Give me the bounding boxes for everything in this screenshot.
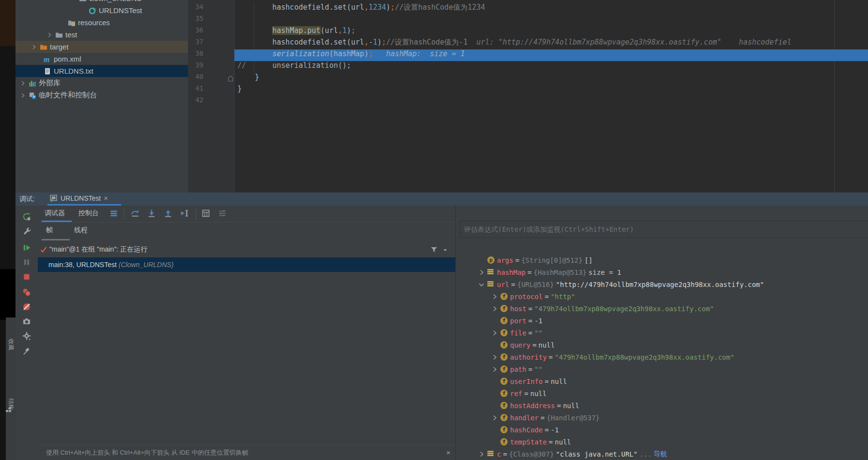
resume-icon[interactable] bbox=[22, 243, 31, 252]
tab-debugger[interactable]: 调试器 bbox=[45, 209, 65, 218]
pause-icon[interactable] bbox=[22, 258, 31, 267]
chevron-down-icon[interactable] bbox=[478, 281, 485, 288]
variable-row-userInfo[interactable]: fuserInfo = null bbox=[456, 375, 868, 387]
variable-row-protocol[interactable]: fprotocol = "http" bbox=[456, 290, 868, 302]
chevron-right-icon[interactable] bbox=[46, 32, 53, 38]
session-tab-close-icon[interactable]: × bbox=[104, 194, 108, 202]
variable-row-args[interactable]: pargs = {String[0]@512} [] bbox=[456, 254, 868, 266]
variable-name: hostAddress bbox=[510, 402, 555, 410]
chevron-right-icon[interactable] bbox=[491, 365, 498, 373]
thread-text: "main"@1 在组 "main": 正在运行 bbox=[49, 245, 147, 254]
code-line-40[interactable]: 40 } bbox=[188, 73, 868, 84]
code-line-39[interactable]: 39// unserialization(); bbox=[188, 61, 868, 73]
code-editor[interactable]: 34 hashcodefield.set(url,1234);//设置hashC… bbox=[188, 0, 868, 192]
variable-row-tempState[interactable]: ftempState = null bbox=[456, 436, 868, 448]
step-out-icon[interactable] bbox=[164, 209, 172, 218]
libraries-icon bbox=[29, 79, 36, 87]
chevron-right-icon[interactable] bbox=[491, 414, 498, 422]
fold-pentagon-icon[interactable] bbox=[227, 75, 234, 82]
variable-row-port[interactable]: fport = -1 bbox=[456, 315, 868, 327]
tree-item-pom.xml[interactable]: mpom.xml bbox=[16, 53, 188, 65]
run-class-icon bbox=[89, 7, 96, 15]
line-number: 42 bbox=[188, 96, 203, 104]
tree-item-URLDNS.txt[interactable]: URLDNS.txt bbox=[16, 65, 188, 77]
variable-row-url[interactable]: url = {URL@516} "http://479h74ollbm7xp88… bbox=[456, 278, 868, 290]
chevron-right-icon[interactable] bbox=[491, 305, 498, 313]
code-line-41[interactable]: 41} bbox=[188, 84, 868, 96]
chevron-right-icon[interactable] bbox=[478, 450, 485, 458]
tab-threads[interactable]: 线程 bbox=[74, 226, 88, 235]
variable-row-handler[interactable]: fhandler = {Handler@537} bbox=[456, 412, 868, 424]
tree-item-target[interactable]: target bbox=[16, 41, 188, 53]
step-into-icon[interactable] bbox=[147, 209, 156, 218]
rerun-icon[interactable] bbox=[22, 212, 31, 221]
tree-item-URLDNSTest[interactable]: URLDNSTest bbox=[16, 4, 188, 16]
tab-console[interactable]: 控制台 bbox=[78, 209, 99, 218]
pin-icon[interactable] bbox=[22, 347, 31, 356]
code-line-38[interactable]: 38 serialization(hashMap); hashMap: size… bbox=[188, 49, 868, 61]
debug-session-tab[interactable]: URLDNSTest × bbox=[49, 194, 108, 202]
chevron-down-icon[interactable] bbox=[442, 247, 450, 254]
variable-row-authority[interactable]: fauthority = "479h74ollbm7xp88wpvage2q3h… bbox=[456, 351, 868, 363]
variable-row-file[interactable]: ffile = "" bbox=[456, 327, 868, 339]
chevron-right-icon[interactable] bbox=[19, 92, 26, 99]
variable-row-c[interactable]: c = {Class@307} "class java.net.URL" ...… bbox=[456, 448, 868, 460]
tree-item-label: test bbox=[65, 31, 77, 39]
variable-row-query[interactable]: fquery = null bbox=[456, 339, 868, 351]
layout-icon[interactable] bbox=[109, 209, 118, 218]
wrench-icon[interactable] bbox=[22, 227, 31, 236]
chevron-right-icon[interactable] bbox=[491, 329, 498, 337]
stop-icon[interactable] bbox=[22, 272, 31, 281]
code-line-42[interactable]: 42 bbox=[188, 96, 868, 108]
value-icon bbox=[487, 281, 495, 288]
thread-selector[interactable]: "main"@1 在组 "main": 正在运行 bbox=[38, 242, 455, 257]
code-line-34[interactable]: 34 hashcodefield.set(url,1234);//设置hashC… bbox=[188, 3, 868, 15]
stripe-tab-structure[interactable]: 结构 bbox=[6, 399, 16, 407]
evaluate-expression-input[interactable]: 评估表达式(Enter)或添加监视(Ctrl+Shift+Enter) bbox=[460, 221, 868, 238]
variable-row-path[interactable]: fpath = "" bbox=[456, 363, 868, 375]
stack-frame-row[interactable]: main:38, URLDNSTest (Clown_URLDNS) bbox=[38, 257, 455, 272]
variable-row-hashCode[interactable]: fhashCode = -1 bbox=[456, 424, 868, 436]
variable-name: authority bbox=[510, 353, 547, 361]
step-over-icon[interactable] bbox=[131, 209, 140, 218]
tree-item-test[interactable]: test bbox=[16, 29, 188, 41]
gear-icon[interactable] bbox=[22, 332, 31, 340]
variable-row-hostAddress[interactable]: fhostAddress = null bbox=[456, 399, 868, 412]
code-line-36[interactable]: 36 hashMap.put(url,1); bbox=[188, 26, 868, 38]
variable-name: url bbox=[497, 281, 509, 288]
hint-text: 使用 Ctrl+Alt+向上箭头 和 Ctrl+Alt+向下箭头 从 IDE 中… bbox=[38, 449, 248, 456]
tab-frames[interactable]: 帧 bbox=[46, 226, 53, 235]
code-line-37[interactable]: 37 hashcodefield.set(url,-1);//设置hashCod… bbox=[188, 38, 868, 49]
sliders-icon[interactable] bbox=[218, 209, 227, 218]
chevron-right-icon[interactable] bbox=[478, 269, 485, 276]
line-number: 35 bbox=[188, 15, 203, 22]
view-breakpoints-icon[interactable] bbox=[22, 288, 31, 297]
chevron-right-icon[interactable] bbox=[31, 44, 37, 50]
scratches-icon bbox=[29, 92, 36, 99]
field-icon: f bbox=[500, 293, 508, 301]
variable-name: handler bbox=[510, 414, 539, 422]
variable-row-ref[interactable]: fref = null bbox=[456, 387, 868, 399]
run-to-cursor-icon[interactable] bbox=[180, 209, 189, 218]
code-line-35[interactable]: 35 bbox=[188, 15, 868, 26]
chevron-right-icon[interactable] bbox=[491, 293, 498, 301]
tree-item-resources[interactable]: resources bbox=[16, 16, 188, 29]
debug-console-icon bbox=[49, 194, 58, 202]
field-icon: f bbox=[500, 390, 508, 397]
variable-row-hashMap[interactable]: hashMap = {HashMap@513} size = 1 bbox=[456, 266, 868, 278]
evaluate-icon[interactable] bbox=[202, 209, 210, 218]
hint-close-icon[interactable]: × bbox=[446, 445, 450, 460]
tree-item-label: 外部库 bbox=[39, 79, 61, 88]
tree-item-临时文件和控制台[interactable]: 临时文件和控制台 bbox=[16, 89, 188, 101]
variable-name: args bbox=[497, 256, 513, 264]
stripe-tab-favorites[interactable]: 收藏 bbox=[6, 339, 16, 348]
chevron-right-icon[interactable] bbox=[19, 80, 26, 87]
chevron-right-icon[interactable] bbox=[491, 353, 498, 361]
camera-icon[interactable] bbox=[22, 317, 31, 326]
variable-row-host[interactable]: fhost = "479h74ollbm7xp88wpvage2q3h98xx.… bbox=[456, 302, 868, 315]
tree-item-clown_URLDNS[interactable]: clown_URLDNS bbox=[16, 0, 188, 4]
tree-item-外部库[interactable]: 外部库 bbox=[16, 77, 188, 89]
navigate-link[interactable]: 导航 bbox=[653, 450, 667, 459]
filter-funnel-icon[interactable] bbox=[430, 246, 438, 254]
mute-breakpoints-icon[interactable] bbox=[22, 302, 31, 311]
